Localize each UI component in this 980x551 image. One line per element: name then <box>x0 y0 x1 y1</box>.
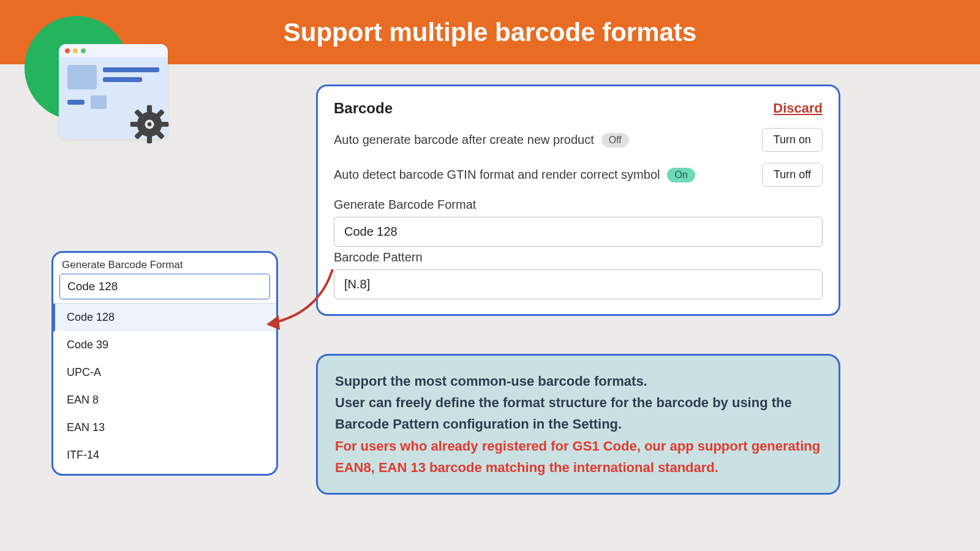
pattern-input[interactable] <box>334 269 823 299</box>
info-panel: Support the most common-use barcode form… <box>316 354 840 495</box>
dropdown-option-ean13[interactable]: EAN 13 <box>53 414 276 441</box>
svg-rect-1 <box>147 105 152 113</box>
svg-rect-4 <box>161 122 168 127</box>
status-badge-off: Off <box>601 133 629 148</box>
settings-illustration <box>24 11 147 133</box>
turn-on-button[interactable]: Turn on <box>762 128 823 152</box>
dropdown-option-code39[interactable]: Code 39 <box>53 331 276 359</box>
format-label: Generate Barcode Format <box>334 198 823 212</box>
panel-title: Barcode <box>334 100 393 117</box>
auto-generate-row: Auto generate barcode after create new p… <box>334 128 823 152</box>
dropdown-list: Code 128 Code 39 UPC-A EAN 8 EAN 13 ITF-… <box>53 303 276 469</box>
dropdown-input[interactable]: Code 128 <box>59 274 270 299</box>
info-line3: For users who already registered for GS1… <box>335 438 820 475</box>
info-line2: User can freely define the format struct… <box>335 395 792 432</box>
discard-link[interactable]: Discard <box>773 100 823 116</box>
auto-detect-label: Auto detect barcode GTIN format and rend… <box>334 168 660 182</box>
gear-icon <box>129 103 170 145</box>
arrow-icon <box>260 266 340 334</box>
dropdown-label: Generate Barcode Format <box>53 259 276 274</box>
auto-detect-row: Auto detect barcode GTIN format and rend… <box>334 163 823 187</box>
dropdown-option-itf14[interactable]: ITF-14 <box>53 441 276 469</box>
dropdown-option-upca[interactable]: UPC-A <box>53 359 276 386</box>
pattern-label: Barcode Pattern <box>334 250 823 264</box>
barcode-settings-panel: Barcode Discard Auto generate barcode af… <box>316 84 840 316</box>
format-select[interactable] <box>334 217 823 247</box>
svg-rect-3 <box>130 122 138 127</box>
dropdown-option-code128[interactable]: Code 128 <box>53 304 276 331</box>
turn-off-button[interactable]: Turn off <box>762 163 823 187</box>
auto-generate-label: Auto generate barcode after create new p… <box>334 133 594 147</box>
format-dropdown-panel: Generate Barcode Format Code 128 Code 12… <box>51 251 278 476</box>
info-line1: Support the most common-use barcode form… <box>335 373 647 389</box>
svg-point-10 <box>148 122 152 127</box>
dropdown-option-ean8[interactable]: EAN 8 <box>53 386 276 414</box>
page-title: Support multiple barcode formats <box>284 18 696 47</box>
status-badge-on: On <box>667 168 695 182</box>
svg-rect-2 <box>147 136 152 143</box>
